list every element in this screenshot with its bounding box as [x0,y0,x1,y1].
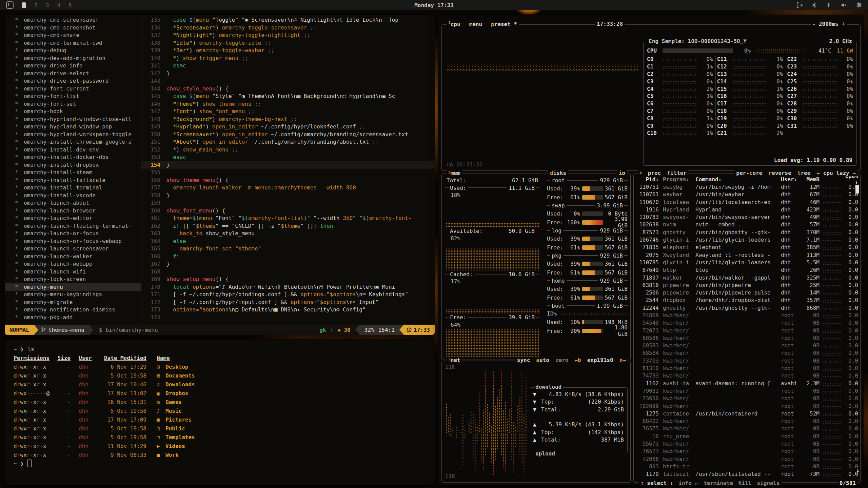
file-item[interactable]: *omarchy-dev-add-migration [5,55,141,62]
net-box-tab[interactable]: 3net [447,357,462,363]
box-tab[interactable]: ←b [574,357,581,363]
workspace-number[interactable]: 5 [68,2,72,8]
file-item[interactable]: *omarchy-launch-or-focus-webapp [5,238,141,245]
disks-box-tab[interactable]: disks [548,170,568,176]
file-item[interactable]: *omarchy-install-docker-dbs [5,154,141,161]
process-row[interactable]: 68583kworker/root0B0.0 [636,342,858,349]
file-item[interactable]: *omarchy-launch-webapp [5,260,141,268]
process-row[interactable]: 74733kworker/root0B0.0 [636,372,858,380]
box-tab[interactable]: zero [555,357,569,363]
process-row[interactable]: 2544dropbox/home/dhh/.dropbox-distdhh357… [636,297,858,304]
process-row[interactable]: 1170tailscal/usr/sbin/tailscaled --root7… [636,470,858,478]
update-interval-control[interactable]: - 2000ms + [811,21,847,27]
process-row[interactable]: 2506pipewire/usr/bin/pipewire-pulsedhh14… [636,289,858,296]
file-item[interactable]: *omarchy-launch-walker [5,253,141,261]
process-row[interactable]: 110670localsea/usr/lib/localsearch-exdhh… [636,198,858,206]
process-row[interactable]: 110751swaybg/usr/bin/swaybg -i /homdhh12… [636,183,858,190]
file-item[interactable]: *omarchy-launch-or-focus [5,230,141,238]
process-row[interactable]: 1162avahi-daavahi-daemon: running [avahi… [636,380,858,387]
file-item[interactable]: *omarchy-migrate [5,299,141,306]
file-item[interactable]: *omarchy-notification-dismiss [5,306,141,314]
box-tab[interactable]: auto [536,357,549,363]
process-row[interactable]: 16rcu_preeroot0B0.0 [636,432,858,440]
terminal-output[interactable]: ~❯lsPermissionsSizeUserDate ModifiedName… [5,340,435,474]
process-row[interactable]: 106746glycin-i/usr/lib/glycin-loadersdhh… [636,236,858,243]
wifi-icon[interactable] [825,2,832,8]
scrollbar-thumb[interactable] [855,185,859,194]
process-row[interactable]: 102638nvimnvim --embed .dhh57M0.0 [636,221,858,228]
process-row[interactable]: 95673kworker/root0B0.0 [636,440,858,447]
process-row[interactable]: 73703kworker/root0B0.0 [636,357,858,364]
file-item[interactable]: *omarchy-debug [5,47,141,55]
box-tab[interactable]: ← cpu lazy → [816,170,856,176]
workspace-number[interactable]: 3 [46,2,49,8]
io-toggle[interactable]: io [617,170,627,176]
file-item[interactable]: *omarchy-drive-select [5,70,141,78]
file-item[interactable]: *omarchy-font-set [5,100,141,108]
process-row[interactable]: 87649btopbtopdhh26M0.0 [636,266,858,274]
box-tab[interactable]: menu [469,21,482,27]
proc-header[interactable]: Pid:Program:Command:User:MemBCpu% ↑ [636,176,858,183]
process-row[interactable]: 71835elephantelephantdhh385M0.0 [636,244,858,251]
file-item[interactable]: *omarchy-pkg-add [5,314,141,322]
proc-footer-actions[interactable]: ↑ select ↓info ↵terminateKillsignals [638,480,782,486]
process-row[interactable]: 63816pipewire/usr/bin/pipewiredhh25M0.0 [636,281,858,289]
box-tab[interactable]: preset * [491,21,517,27]
file-item[interactable]: *omarchy-hyprland-workspace-toggle [5,131,141,139]
file-item[interactable]: *omarchy-lock-screen [5,276,141,283]
file-item[interactable]: *omarchy-cmd-screenshot [5,24,141,32]
box-tab[interactable]: sync [517,357,530,363]
scroll-down-icon[interactable]: ↓ [856,467,860,473]
file-item[interactable]: *omarchy-install-tailscale [5,177,141,184]
file-item[interactable]: *omarchy-hyprland-window-pop [5,123,141,131]
file-item[interactable]: *omarchy-menu-keybindings [5,291,141,299]
proc-action[interactable]: info ↵ [678,480,698,486]
file-item[interactable]: *omarchy-install-dropbox [5,161,141,169]
process-row[interactable]: 79032kworker/root0B0.0 [636,387,858,394]
file-item[interactable]: *omarchy-launch-editor [5,215,141,222]
process-row[interactable]: 81310kworker/root0B0.0 [636,364,858,372]
process-row[interactable]: 68584kworker/root0B0.0 [636,349,858,357]
bluetooth-icon[interactable] [812,2,816,8]
process-row[interactable]: 71837walker/usr/bin/walker --gappldhh325… [636,274,858,281]
cpu-box-tabs[interactable]: 1cpumenupreset * [447,21,519,27]
mem-box-tab[interactable]: 2mem [447,170,462,176]
logout-icon[interactable] [796,2,803,8]
file-item[interactable]: *omarchy-cmd-share [5,32,141,39]
file-item[interactable]: *omarchy-install-chromium-google-a [5,138,141,146]
workspace-number[interactable]: 4 [57,2,60,8]
process-row[interactable]: 110761waybar/usr/bin/waybardhh67M0.0 [636,191,858,198]
box-tab[interactable]: 1cpu [448,21,460,27]
process-row[interactable]: 74869kworker/root0B0.0 [636,311,858,319]
process-row[interactable]: 102099kworker/root0B0.0 [636,402,858,410]
file-item[interactable]: *omarchy-install-vscode [5,192,141,200]
prompt-line[interactable]: ~❯ [14,460,426,468]
box-tab[interactable]: per-core [736,170,762,176]
file-item[interactable]: *omarchy-hook [5,108,141,116]
process-row[interactable]: 110785glycin-i/usr/lib/glycin-loadersdhh… [636,259,858,266]
file-item[interactable]: *omarchy-launch-screensaver [5,245,141,253]
file-item[interactable]: *omarchy-launch-browser [5,207,141,215]
process-row[interactable]: 12244ghostty/usr/bin/ghostty --gtk-dhh86… [636,304,858,311]
proc-action[interactable]: terminate [704,480,733,486]
proc-action[interactable]: Kill [738,480,752,486]
file-item[interactable]: *omarchy-cmd-screensaver [5,16,141,24]
workspace-number[interactable]: 2 [34,2,38,8]
file-item[interactable]: *omarchy-launch-wifi [5,268,141,276]
process-row[interactable]: 87573ghostty/usr/bin/ghostty --gtk-dhh37… [636,228,858,236]
proc-box-controls[interactable]: per-corereversetree← cpu lazy → [734,170,857,176]
proc-action[interactable]: ↑ select ↓ [640,480,673,486]
workspace-active-indicator[interactable] [22,2,26,8]
process-row[interactable]: 2075XwaylandXwayland :1 -rootless -dhh11… [636,251,858,259]
process-row[interactable]: 110783swayosd-/usr/bin/swayosd-serverdhh… [636,213,858,221]
omarchy-logo-icon[interactable] [6,1,14,9]
code-area[interactable]: 135case $(menu "Toggle" "▣ Screensaver\n… [141,16,435,321]
process-row[interactable]: 1275containe/usr/bin/containerdroot52M0.… [636,410,858,417]
box-tab[interactable]: n→ [619,357,626,363]
box-tab[interactable]: enp191s0 [587,357,613,363]
process-row[interactable]: 68402kworker/root0B0.0 [636,418,858,425]
file-item[interactable]: *omarchy-menu [5,283,141,291]
file-item[interactable]: *omarchy-install-steam [5,169,141,177]
box-tab[interactable]: reverse [768,170,791,176]
chip-icon[interactable] [856,2,862,8]
